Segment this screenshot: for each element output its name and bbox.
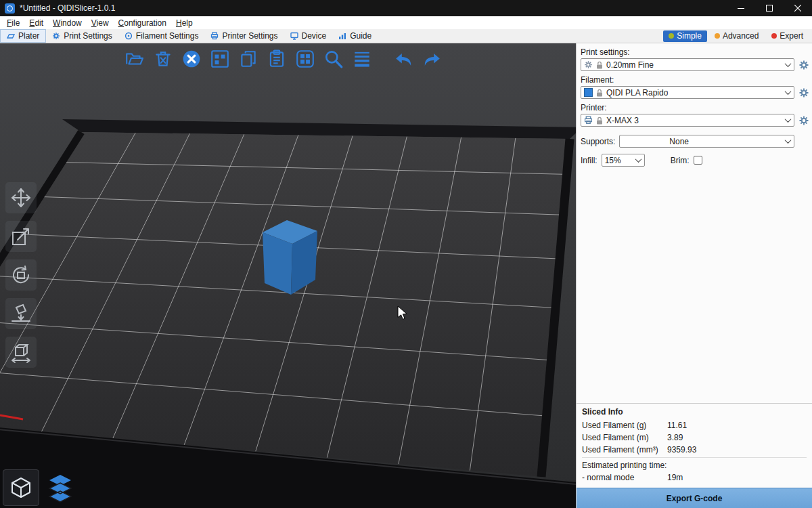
device-icon	[290, 32, 298, 40]
redo-button[interactable]	[421, 47, 443, 70]
move-icon	[9, 186, 32, 209]
arrange-button[interactable]	[209, 47, 231, 70]
preview-layers-icon	[45, 473, 75, 503]
tab-print-settings[interactable]: Print Settings	[46, 29, 118, 43]
sliced-info-row: - normal mode 19m	[582, 471, 807, 484]
gear-icon	[52, 32, 60, 40]
menu-edit[interactable]: Edit	[24, 18, 48, 28]
layers-icon	[352, 49, 372, 69]
gear-icon	[798, 60, 809, 70]
variable-layer-height-button[interactable]	[351, 47, 373, 70]
preview-view-button[interactable]	[42, 469, 78, 506]
filament-value: QIDI PLA Rapido	[606, 88, 668, 98]
window-title: *Untitled - QIDISlicer-1.0.1	[20, 3, 115, 13]
filament-icon	[125, 32, 133, 40]
menu-view[interactable]: View	[87, 18, 114, 28]
minimize-icon	[738, 5, 744, 12]
chevron-down-icon	[785, 137, 792, 144]
undo-button[interactable]	[393, 47, 415, 70]
split-objects-button[interactable]	[294, 47, 316, 70]
delete-all-icon	[181, 49, 202, 69]
delete-all-button[interactable]	[181, 47, 202, 70]
menu-window[interactable]: Window	[48, 18, 87, 28]
lock-icon	[596, 61, 603, 69]
close-button[interactable]	[784, 0, 812, 16]
supports-value: None	[669, 137, 689, 146]
bed-plate	[0, 132, 570, 477]
advanced-dot-icon	[715, 33, 720, 39]
delete-icon	[153, 49, 173, 69]
rotate-tool-button[interactable]	[5, 259, 37, 291]
copy-icon	[238, 49, 258, 69]
chevron-down-icon	[785, 116, 792, 123]
copy-button[interactable]	[238, 47, 259, 70]
menu-help[interactable]: Help	[171, 18, 198, 28]
sliced-info-row: Used Filament (g) 11.61	[582, 419, 807, 431]
tab-guide[interactable]: Guide	[332, 29, 378, 43]
mode-simple[interactable]: Simple	[663, 30, 707, 42]
sliced-info-row: Used Filament (mm³) 9359.93	[582, 444, 807, 456]
editor-view-button[interactable]	[3, 469, 39, 506]
supports-combo[interactable]: None	[619, 135, 794, 148]
scale-tool-button[interactable]	[5, 221, 37, 252]
print-settings-value: 0.20mm Fine	[606, 60, 654, 70]
close-icon	[794, 5, 801, 12]
infill-value: 15%	[605, 156, 621, 165]
search-button[interactable]	[323, 47, 344, 70]
delete-button[interactable]	[152, 47, 174, 70]
filament-gear-button[interactable]	[798, 87, 809, 98]
print-bed-scene[interactable]	[0, 43, 576, 508]
chevron-down-icon	[785, 60, 792, 67]
menu-configuration[interactable]: Configuration	[114, 18, 171, 28]
print-settings-gear-button[interactable]	[798, 60, 809, 70]
infill-label: Infill:	[581, 156, 597, 165]
app-icon	[5, 3, 15, 14]
menu-file[interactable]: File	[2, 18, 24, 28]
editor-cube-icon	[9, 475, 33, 500]
paste-icon	[267, 49, 287, 69]
mode-expert[interactable]: Expert	[766, 30, 809, 42]
brim-checkbox[interactable]	[694, 156, 702, 165]
place-on-face-tool-button[interactable]	[5, 298, 37, 329]
viewport-3d[interactable]	[0, 43, 576, 508]
filament-color-swatch	[584, 88, 593, 97]
redo-icon	[421, 49, 443, 69]
scale-icon	[9, 225, 32, 248]
titlebar: *Untitled - QIDISlicer-1.0.1	[0, 0, 812, 16]
print-settings-combo[interactable]: 0.20mm Fine	[581, 58, 794, 71]
printer-icon	[584, 116, 593, 125]
measure-tool-button[interactable]	[5, 337, 37, 368]
tab-printer-settings[interactable]: Printer Settings	[204, 29, 284, 43]
export-gcode-button[interactable]: Export G-code	[577, 488, 812, 508]
maximize-button[interactable]	[755, 0, 784, 16]
printer-gear-button[interactable]	[798, 115, 809, 126]
arrange-icon	[210, 49, 230, 69]
tab-device[interactable]: Device	[284, 29, 333, 43]
open-project-button[interactable]	[124, 47, 145, 70]
move-tool-button[interactable]	[5, 182, 37, 213]
app-window: *Untitled - QIDISlicer-1.0.1 File Edit W…	[0, 0, 812, 508]
printer-combo[interactable]: X-MAX 3	[581, 114, 794, 127]
sidebar: Print settings: 0.20mm Fine Filament: QI…	[576, 43, 812, 508]
filament-label: Filament:	[581, 75, 808, 85]
supports-label: Supports:	[581, 137, 615, 146]
paste-button[interactable]	[266, 47, 288, 70]
chevron-down-icon	[785, 88, 792, 95]
filament-combo[interactable]: QIDI PLA Rapido	[581, 86, 794, 99]
plater-icon	[7, 32, 15, 40]
guide-icon	[338, 32, 346, 40]
mode-advanced[interactable]: Advanced	[709, 30, 764, 42]
mode-selector: Simple Advanced Expert	[663, 29, 812, 43]
tab-filament-settings[interactable]: Filament Settings	[118, 29, 205, 43]
tab-plater[interactable]: Plater	[0, 29, 46, 43]
printer-icon	[210, 32, 219, 40]
chevron-down-icon	[635, 156, 641, 163]
search-icon	[323, 49, 344, 69]
view-switch	[3, 469, 78, 506]
gear-icon	[798, 87, 809, 98]
menubar: File Edit Window View Configuration Help	[0, 16, 812, 29]
infill-combo[interactable]: 15%	[602, 154, 645, 167]
minimize-button[interactable]	[727, 0, 755, 16]
open-folder-icon	[125, 49, 145, 69]
model-cube[interactable]	[263, 220, 317, 295]
